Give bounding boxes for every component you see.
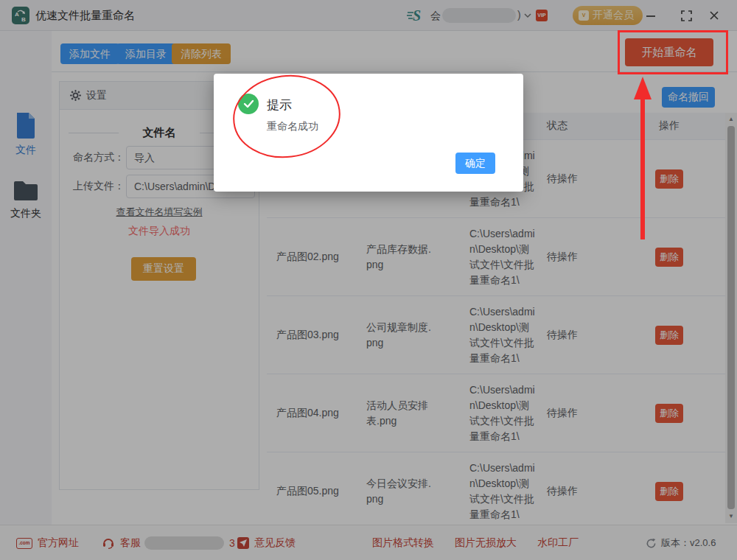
dialog-confirm-button[interactable]: 确定	[455, 153, 495, 174]
annotation-rectangle	[618, 30, 728, 74]
app-window: A B 优速文件批量重命名 S 会 ) VIP V 开通会员	[0, 0, 737, 560]
message-dialog	[214, 74, 523, 192]
dialog-title: 提示	[267, 97, 292, 113]
success-check-icon	[238, 94, 259, 114]
dialog-message: 重命名成功	[267, 120, 318, 133]
annotation-arrow	[631, 77, 654, 244]
